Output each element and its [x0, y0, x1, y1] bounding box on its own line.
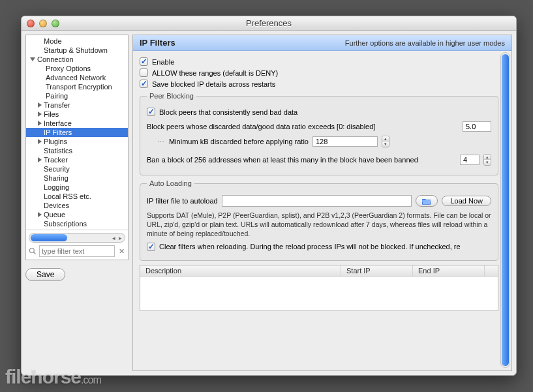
autoload-file-label: IP filter file to autoload [147, 197, 218, 205]
sidebar-item-connection[interactable]: Connection [26, 55, 128, 64]
autoload-help-text: Supports DAT (eMule), P2P (PeerGuardian,… [147, 211, 491, 239]
ban-block-stepper[interactable]: ▴▾ [483, 154, 491, 166]
auto-loading-fieldset: Auto Loading IP filter file to autoload … [140, 179, 498, 261]
min-kb-input[interactable] [312, 136, 378, 147]
block-bad-data-checkbox[interactable] [147, 108, 155, 116]
allow-ranges-label: ALLOW these ranges (default is DENY) [152, 69, 278, 77]
panel-subtitle: Further options are available in higher … [345, 39, 505, 47]
scrollbar-thumb[interactable] [31, 234, 67, 241]
sidebar-item-security[interactable]: Security [26, 164, 128, 173]
table-buttons: Add [140, 316, 498, 329]
stepper-up-icon[interactable]: ▴ [382, 136, 389, 142]
allow-ranges-checkbox[interactable] [140, 68, 148, 77]
sidebar-item-transport-encryption[interactable]: Transport Encryption [26, 82, 128, 91]
sidebar-item-files[interactable]: Files [26, 110, 128, 119]
disclosure-closed-icon[interactable] [38, 112, 42, 117]
category-tree[interactable]: ModeStartup & ShutdownConnectionProxy Op… [26, 35, 128, 230]
watermark-sub: .com [81, 374, 101, 385]
search-icon [29, 247, 37, 255]
peer-blocking-legend: Peer Blocking [147, 92, 196, 100]
col-start-ip[interactable]: Start IP [341, 265, 413, 276]
sidebar-item-label: Startup & Shutdown [44, 46, 108, 54]
table-body[interactable] [140, 277, 498, 310]
sidebar-item-label: Security [44, 165, 70, 173]
zoom-icon[interactable] [52, 20, 59, 27]
disclosure-closed-icon[interactable] [38, 212, 42, 217]
stepper-up-icon[interactable]: ▴ [484, 155, 491, 160]
sidebar-item-mode[interactable]: Mode [26, 37, 128, 46]
scroll-left-icon[interactable]: ◂ [110, 235, 117, 241]
sidebar-item-label: Advanced Network [46, 74, 106, 82]
col-extra [485, 265, 498, 276]
sidebar-item-sharing[interactable]: Sharing [26, 173, 128, 183]
sidebar-item-interface[interactable]: Interface [26, 119, 128, 128]
sidebar-item-label: Local RSS etc. [44, 192, 91, 200]
autoload-file-input[interactable] [222, 195, 412, 207]
horizontal-scrollbar[interactable]: ◂ ▸ [29, 233, 125, 243]
ban-block-input[interactable] [460, 155, 480, 165]
disclosure-closed-icon[interactable] [38, 102, 42, 108]
ratio-label: Block peers whose discarded data/good da… [147, 123, 375, 130]
stepper-down-icon[interactable]: ▾ [484, 160, 491, 165]
min-kb-stepper[interactable]: ▴▾ [382, 136, 389, 147]
sidebar-item-label: Connection [37, 55, 74, 63]
close-icon[interactable] [27, 20, 35, 27]
save-blocked-label: Save blocked IP details across restarts [152, 80, 275, 88]
panel-title: IP Filters [140, 38, 175, 48]
save-button[interactable]: Save [25, 268, 65, 281]
sidebar-item-devices[interactable]: Devices [26, 201, 128, 210]
save-blocked-checkbox[interactable] [140, 80, 148, 88]
stepper-down-icon[interactable]: ▾ [382, 142, 389, 147]
sidebar-item-tracker[interactable]: Tracker [26, 155, 128, 164]
disclosure-open-icon[interactable] [30, 57, 35, 61]
ratio-input[interactable] [463, 121, 491, 132]
main-panel: IP Filters Further options are available… [132, 35, 512, 371]
col-description[interactable]: Description [140, 265, 341, 276]
sidebar-item-label: Logging [44, 183, 69, 191]
sidebar-item-ip-filters[interactable]: IP Filters [26, 128, 128, 137]
enable-checkbox[interactable] [140, 57, 148, 66]
sidebar-item-label: Subscriptions [44, 220, 87, 228]
col-end-ip[interactable]: End IP [413, 265, 485, 276]
sidebar-item-label: Transport Encryption [46, 83, 112, 91]
watermark: filehorse.com [5, 366, 101, 388]
tree-connector-icon: ⋯ [157, 138, 165, 146]
preferences-window: Preferences ModeStartup & ShutdownConnec… [21, 16, 517, 376]
filter-input[interactable] [39, 245, 115, 257]
sidebar-item-startup-shutdown[interactable]: Startup & Shutdown [26, 46, 128, 55]
load-now-button[interactable]: Load Now [442, 196, 491, 206]
disclosure-closed-icon[interactable] [38, 139, 42, 144]
sidebar-item-label: Devices [44, 202, 69, 209]
disclosure-closed-icon[interactable] [38, 121, 42, 126]
sidebar-item-statistics[interactable]: Statistics [26, 146, 128, 155]
ban-block-label: Ban a block of 256 addresses when at lea… [147, 156, 418, 164]
sidebar-item-label: Pairing [46, 92, 68, 100]
disclosure-closed-icon[interactable] [38, 157, 42, 162]
sidebar-item-queue[interactable]: Queue [26, 210, 128, 219]
sidebar-item-label: IP Filters [44, 128, 72, 136]
scroll-right-icon[interactable]: ▸ [117, 235, 123, 241]
clear-filters-checkbox[interactable] [147, 243, 155, 251]
sidebar-item-label: Transfer [44, 101, 70, 109]
sidebar-item-subscriptions[interactable]: Subscriptions [26, 219, 128, 228]
window-title: Preferences [22, 18, 516, 28]
clear-filters-label: Clear filters when reloading. During the… [159, 243, 461, 250]
vertical-scrollbar[interactable] [500, 52, 510, 368]
sidebar-item-proxy-options[interactable]: Proxy Options [26, 64, 128, 73]
scrollbar-thumb[interactable] [502, 54, 509, 366]
min-kb-label: Minimum kB discarded before applying rat… [169, 138, 309, 145]
sidebar-item-logging[interactable]: Logging [26, 183, 128, 192]
sidebar-item-label: Tracker [44, 156, 68, 164]
sidebar-item-local-rss-etc-[interactable]: Local RSS etc. [26, 192, 128, 201]
sidebar-bottom: ◂ ▸ ✕ [26, 230, 128, 260]
browse-button[interactable] [416, 195, 438, 207]
sidebar-item-pairing[interactable]: Pairing [26, 91, 128, 100]
sidebar-item-advanced-network[interactable]: Advanced Network [26, 73, 128, 82]
folder-icon [422, 198, 431, 205]
minimize-icon[interactable] [39, 20, 47, 27]
sidebar-item-label: Interface [44, 119, 72, 127]
sidebar-item-transfer[interactable]: Transfer [26, 100, 128, 110]
clear-filter-icon[interactable]: ✕ [117, 247, 125, 256]
svg-line-1 [34, 252, 36, 254]
sidebar-item-plugins[interactable]: Plugins [26, 137, 128, 146]
